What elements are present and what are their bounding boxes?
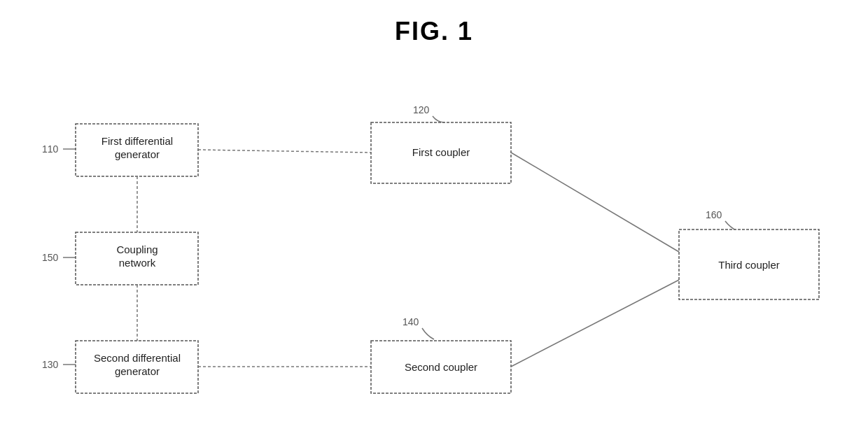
box-first-differential-label1: First differential: [102, 135, 173, 147]
box-coupling-network-label1: Coupling: [116, 243, 158, 255]
ref-160: 160: [706, 209, 722, 220]
box-second-differential-label1: Second differential: [94, 352, 181, 364]
page-container: FIG. 1 110 150 130 120 140 160 First dif…: [0, 0, 868, 438]
box-coupling-network-label2: network: [119, 257, 156, 269]
ref-130: 130: [42, 359, 59, 370]
box-third-coupler-label: Third coupler: [718, 259, 780, 271]
ref-120: 120: [413, 104, 430, 115]
line-110-to-120: [198, 150, 371, 153]
box-first-coupler-label: First coupler: [412, 146, 470, 158]
ref-140: 140: [402, 316, 419, 327]
diagram-svg: 110 150 130 120 140 160 First differenti…: [0, 0, 868, 438]
ref-110: 110: [42, 143, 59, 155]
line-120-to-160: [511, 153, 679, 252]
line-140-to-160: [511, 280, 679, 367]
ref-140-line: [422, 328, 434, 339]
box-second-coupler-label: Second coupler: [405, 361, 477, 373]
ref-120-line: [433, 116, 444, 122]
ref-150: 150: [42, 252, 59, 263]
box-first-differential-label2: generator: [115, 148, 160, 160]
box-second-differential-label2: generator: [115, 365, 160, 377]
